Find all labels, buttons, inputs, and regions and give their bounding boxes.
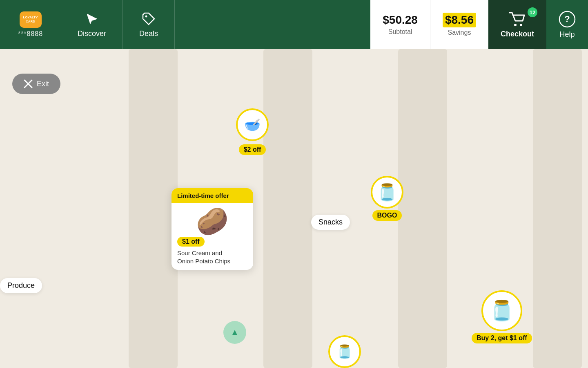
product-circle-jam-jar: 🫙 xyxy=(328,335,361,368)
subtotal-label: Subtotal xyxy=(388,28,412,36)
peanut-butter-badge: BOGO xyxy=(372,210,402,221)
corn-flakes-badge: $2 off xyxy=(239,144,266,155)
savings-value: $8.56 xyxy=(443,13,476,27)
loyalty-card[interactable]: LOYALTY CARD ***8888 xyxy=(0,0,61,49)
exit-button[interactable]: Exit xyxy=(12,74,60,94)
location-marker xyxy=(223,321,246,344)
checkout-label: Checkout xyxy=(501,30,534,38)
cart-icon xyxy=(508,11,527,27)
corn-flakes-icon: 🥣 xyxy=(240,112,265,137)
help-icon: ? xyxy=(559,11,576,28)
discover-nav[interactable]: Discover xyxy=(61,0,123,49)
product-pin-peanut-butter[interactable]: 🫙 BOGO xyxy=(371,176,403,221)
savings-label: Savings xyxy=(448,29,471,36)
offer-card[interactable]: Limited-time offer 🥔 $1 off Sour Cream a… xyxy=(172,188,253,270)
product-circle-pasta-sauce: 🫙 xyxy=(481,290,522,331)
savings-block: $8.56 Savings xyxy=(430,0,488,49)
offer-name: Sour Cream andOnion Potato Chips xyxy=(177,249,230,265)
deals-nav[interactable]: Deals xyxy=(123,0,175,49)
loyalty-card-icon: LOYALTY CARD xyxy=(20,11,42,28)
product-circle-corn-flakes: 🥣 xyxy=(236,108,269,141)
help-button[interactable]: ? Help xyxy=(546,0,588,49)
offer-card-body: 🥔 $1 off Sour Cream andOnion Potato Chip… xyxy=(172,203,253,270)
close-icon xyxy=(24,79,33,88)
product-circle-peanut-butter: 🫙 xyxy=(371,176,403,209)
checkout-button[interactable]: 12 Checkout xyxy=(488,0,546,49)
deals-icon xyxy=(141,11,156,26)
discover-icon xyxy=(85,11,99,26)
aisle-3 xyxy=(398,49,447,368)
svg-point-2 xyxy=(520,24,522,26)
help-label: Help xyxy=(559,30,575,39)
svg-point-1 xyxy=(514,24,517,26)
jam-jar-icon: 🫙 xyxy=(332,339,357,364)
subtotal-block: $50.28 Subtotal xyxy=(370,0,430,49)
subtotal-value: $50.28 xyxy=(383,13,418,27)
store-map: Exit Produce Snacks 🥣 $2 off 🫙 BOGO 🫙 $1… xyxy=(0,49,588,368)
cart-badge: 12 xyxy=(528,7,537,17)
offer-discount: $1 off xyxy=(177,237,205,247)
aisle-1 xyxy=(129,49,178,368)
product-pin-pasta-sauce[interactable]: 🫙 Buy 2, get $1 off xyxy=(472,290,532,343)
section-snacks: Snacks xyxy=(311,215,350,230)
offer-card-header: Limited-time offer xyxy=(172,188,253,203)
product-pin-jam-jar[interactable]: 🫙 $1 off xyxy=(328,335,361,368)
pasta-sauce-badge: Buy 2, get $1 off xyxy=(472,333,532,343)
aisle-2 xyxy=(263,49,312,368)
header: LOYALTY CARD ***8888 Discover Deals $50.… xyxy=(0,0,588,49)
aisle-4 xyxy=(533,49,582,368)
svg-text:?: ? xyxy=(564,14,570,24)
section-produce: Produce xyxy=(0,278,42,293)
deals-label: Deals xyxy=(139,29,158,38)
product-pin-corn-flakes[interactable]: 🥣 $2 off xyxy=(236,108,269,155)
exit-label: Exit xyxy=(37,80,49,88)
svg-point-0 xyxy=(145,15,147,17)
loyalty-card-number: ***8888 xyxy=(18,30,43,38)
potato-chips-icon: 🥔 xyxy=(177,208,247,234)
cart-section: $50.28 Subtotal $8.56 Savings 12 Checkou… xyxy=(370,0,588,49)
pasta-sauce-icon: 🫙 xyxy=(490,298,514,323)
discover-label: Discover xyxy=(78,29,106,38)
peanut-butter-icon: 🫙 xyxy=(375,180,399,204)
